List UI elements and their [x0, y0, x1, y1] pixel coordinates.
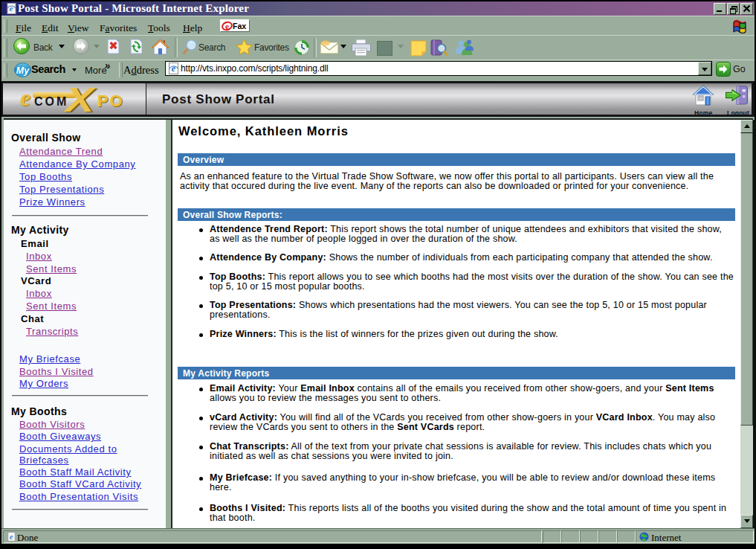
svg-text:e: e [225, 22, 229, 30]
svg-text:e: e [172, 62, 176, 74]
svg-text:e: e [10, 4, 13, 13]
svg-text:My: My [16, 65, 30, 76]
